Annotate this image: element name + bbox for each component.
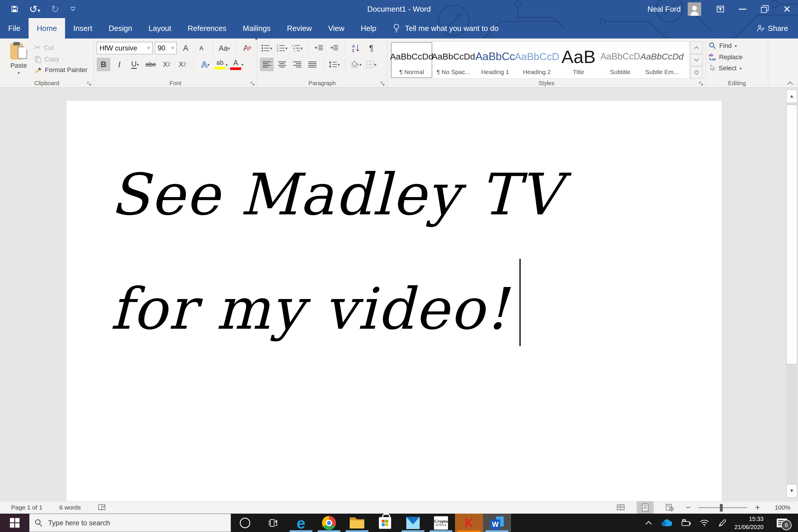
tell-me-box[interactable]: Tell me what you want to do <box>393 18 498 38</box>
undo-button[interactable]: ↺▾ <box>29 4 40 14</box>
tab-help[interactable]: Help <box>353 18 384 38</box>
onedrive-icon[interactable] <box>660 519 672 527</box>
superscript-button[interactable]: X2 <box>176 58 189 71</box>
tab-mailings[interactable]: Mailings <box>234 18 279 38</box>
replace-button[interactable]: ab ↳ac Replace <box>709 53 765 61</box>
document-line-2[interactable]: for my video! <box>110 252 562 366</box>
tray-chevron-icon[interactable] <box>645 521 652 525</box>
styles-scroll-up-icon[interactable] <box>690 41 703 54</box>
cut-button[interactable]: ✂ Cut <box>34 43 91 52</box>
underline-button[interactable]: U▾ <box>128 58 142 71</box>
document-page[interactable]: See Madley TV for my video! <box>66 101 722 501</box>
ribbon-display-options-icon[interactable] <box>709 0 732 18</box>
store-button[interactable] <box>371 514 399 532</box>
multilevel-list-button[interactable]: 1ai ▾ <box>290 41 304 55</box>
text-effects-button[interactable]: A▾ <box>198 58 212 71</box>
shrink-font-button[interactable]: A▼ <box>195 41 208 55</box>
justify-button[interactable] <box>306 58 319 71</box>
show-hide-marks-button[interactable]: ¶ <box>365 41 378 55</box>
battery-icon[interactable] <box>680 519 691 527</box>
tab-review[interactable]: Review <box>279 18 320 38</box>
print-layout-icon[interactable] <box>637 501 653 514</box>
scrollbar-thumb[interactable] <box>786 105 797 364</box>
taskbar-clock[interactable]: 15:33 21/06/2020 <box>735 515 764 531</box>
tab-design[interactable]: Design <box>100 18 140 38</box>
style-normal[interactable]: AaBbCcDd ¶ Normal <box>391 42 432 78</box>
clear-formatting-button[interactable]: A <box>241 41 254 55</box>
style-heading2[interactable]: AaBbCcD Heading 2 <box>516 42 557 78</box>
save-icon[interactable] <box>11 5 19 13</box>
styles-scroll-down-icon[interactable] <box>690 54 703 66</box>
taskbar-search[interactable] <box>29 514 231 532</box>
copy-button[interactable]: Copy <box>34 55 91 63</box>
borders-button[interactable]: ▾ <box>365 58 378 71</box>
cortana-button[interactable] <box>231 514 259 532</box>
file-explorer-button[interactable] <box>343 514 371 532</box>
kaspersky-button[interactable]: K <box>455 514 483 532</box>
collapse-ribbon-icon[interactable] <box>787 81 793 85</box>
font-dialog-launcher-icon[interactable] <box>250 81 255 86</box>
action-center-button[interactable]: 6 <box>772 514 792 532</box>
tab-view[interactable]: View <box>320 18 353 38</box>
document-text[interactable]: See Madley TV for my video! <box>110 137 562 366</box>
customize-qat-chevron-icon[interactable] <box>70 7 76 11</box>
word-count[interactable]: 6 words <box>59 504 81 511</box>
tab-references[interactable]: References <box>179 18 234 38</box>
zoom-out-button[interactable]: − <box>686 502 691 512</box>
restore-button[interactable] <box>754 0 776 18</box>
style-subtitle[interactable]: AaBbCcD Subtitle <box>600 42 641 78</box>
paste-dropdown-chevron-icon[interactable]: ▾ <box>18 71 20 75</box>
font-name-combo[interactable]: HfW cursive˅ <box>97 42 153 54</box>
document-line-1[interactable]: See Madley TV <box>110 137 562 252</box>
style-title[interactable]: AaB Title <box>558 42 599 78</box>
bullets-button[interactable]: ▾ <box>260 41 273 55</box>
italic-button[interactable]: I <box>113 58 126 71</box>
align-center-button[interactable] <box>276 58 289 71</box>
chrome-button[interactable] <box>315 514 343 532</box>
zoom-in-button[interactable]: + <box>755 502 760 512</box>
tab-file[interactable]: File <box>0 18 28 38</box>
font-size-combo[interactable]: 90˅ <box>155 42 176 54</box>
paragraph-dialog-launcher-icon[interactable] <box>380 81 385 86</box>
subscript-button[interactable]: X2 <box>160 58 173 71</box>
format-painter-button[interactable]: Format Painter <box>34 66 91 74</box>
zoom-percent[interactable]: 100% <box>768 504 791 511</box>
tab-insert[interactable]: Insert <box>65 18 100 38</box>
proofing-icon[interactable] <box>98 504 106 511</box>
font-color-button[interactable]: A▾ <box>230 58 244 71</box>
styles-dialog-launcher-icon[interactable] <box>699 81 703 86</box>
bold-button[interactable]: B <box>97 58 110 71</box>
zoom-slider[interactable] <box>698 501 747 514</box>
word-button[interactable]: W <box>483 514 511 532</box>
strikethrough-button[interactable]: abe <box>144 58 157 71</box>
web-layout-icon[interactable] <box>661 501 678 514</box>
search-input[interactable] <box>48 519 211 527</box>
line-spacing-button[interactable]: ▾ <box>327 58 341 71</box>
style-heading1[interactable]: AaBbCc Heading 1 <box>475 42 516 78</box>
windows-ink-pen-icon[interactable] <box>718 518 726 527</box>
clipboard-dialog-launcher-icon[interactable] <box>87 81 92 86</box>
close-button[interactable]: × <box>776 0 798 18</box>
task-view-button[interactable] <box>259 514 287 532</box>
select-button[interactable]: Select▾ <box>709 64 765 72</box>
paste-button[interactable]: Paste ▾ <box>3 41 34 79</box>
style-no-spacing[interactable]: AaBbCcDd ¶ No Spac... <box>433 42 474 78</box>
minimize-button[interactable] <box>732 0 754 18</box>
share-button[interactable]: Share <box>756 18 798 38</box>
scroll-down-icon[interactable]: ▼ <box>786 484 797 498</box>
read-mode-icon[interactable] <box>612 501 629 514</box>
sort-button[interactable]: AZ <box>349 41 363 55</box>
decrease-indent-button[interactable] <box>312 41 326 55</box>
edge-button[interactable]: e <box>287 514 315 532</box>
shading-button[interactable]: ▾ <box>349 58 363 71</box>
redo-button[interactable]: ↻ <box>51 4 59 14</box>
text-highlight-button[interactable]: ab▾ <box>214 58 228 71</box>
mail-button[interactable] <box>399 514 427 532</box>
tab-layout[interactable]: Layout <box>140 18 179 38</box>
change-case-button[interactable]: Aa▾ <box>217 41 231 55</box>
grow-font-button[interactable]: A▲ <box>179 41 192 55</box>
increase-indent-button[interactable] <box>327 41 341 55</box>
find-button[interactable]: Find▾ <box>709 42 765 50</box>
numbering-button[interactable]: 123 ▾ <box>276 41 289 55</box>
account-name[interactable]: Neal Ford <box>647 5 681 14</box>
